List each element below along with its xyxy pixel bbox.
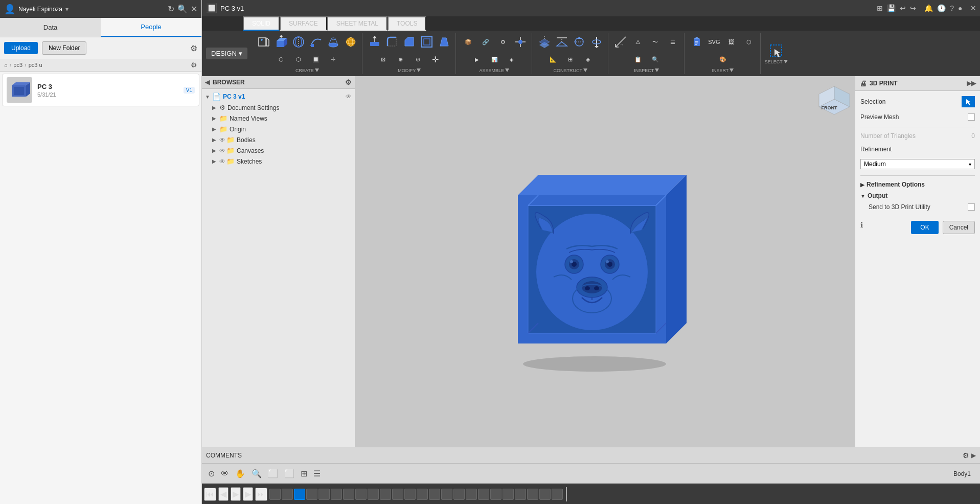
refinement-dropdown[interactable]: Medium ▾ (860, 159, 975, 169)
tree-item-named-views[interactable]: ▶ 📁 Named Views (202, 113, 355, 124)
chamfer-icon[interactable] (401, 34, 418, 50)
curvature-comb-icon[interactable]: 〜 (647, 34, 664, 50)
file-item[interactable]: PC 3 5/31/21 V1 (2, 74, 199, 106)
insert-derive-icon[interactable] (689, 34, 705, 50)
new-component-icon[interactable] (256, 34, 272, 50)
tree-item-origin[interactable]: ▶ 📁 Origin (202, 124, 355, 134)
construct-4-icon[interactable] (588, 34, 605, 50)
breadcrumb-pc3[interactable]: pc3 (13, 62, 22, 68)
close-left-btn[interactable]: ✕ (191, 4, 197, 14)
grid-icon[interactable]: ⊞ (877, 3, 883, 14)
tab-sheet-metal[interactable]: SHEET METAL (327, 16, 388, 31)
tab-data[interactable]: Data (0, 18, 101, 37)
browser-settings-icon[interactable]: ⚙ (345, 78, 352, 86)
tl-item-17[interactable] (466, 489, 477, 500)
tree-eye-canvases[interactable]: 👁 (219, 147, 225, 154)
account-icon[interactable]: ● (958, 3, 962, 14)
panel-settings-icon[interactable]: ⚙ (190, 43, 197, 53)
assemble-label[interactable]: ASSEMBLE (480, 68, 510, 73)
new-component-assemble-icon[interactable]: 📦 (460, 34, 476, 50)
tl-item-24[interactable] (552, 489, 563, 500)
create-label[interactable]: CREATE (295, 68, 319, 73)
timeline-go-start[interactable]: ⏮ (204, 488, 216, 501)
tree-item-bodies[interactable]: ▶ 👁 📁 Bodies (202, 134, 355, 145)
orbit-icon[interactable]: ⊙ (206, 468, 217, 479)
drive-joints-icon[interactable]: ▶ (469, 51, 485, 67)
tl-item-1[interactable] (269, 489, 281, 500)
fit-icon[interactable]: ⬜ (266, 468, 280, 479)
inspect-label[interactable]: INSPECT (634, 68, 659, 73)
tree-item-sketches[interactable]: ▶ 👁 📁 Sketches (202, 156, 355, 167)
move-icon[interactable]: ✛ (427, 51, 444, 67)
interference-icon[interactable]: ⚠ (630, 34, 646, 50)
construct-3-icon[interactable] (571, 34, 587, 50)
tl-item-7[interactable] (343, 489, 354, 500)
tree-eye-bodies[interactable]: 👁 (219, 136, 225, 144)
tree-eye-root[interactable]: 👁 (346, 93, 352, 100)
grid-display-icon[interactable]: ⊞ (299, 468, 309, 479)
refresh-btn[interactable]: ↻ (168, 4, 174, 14)
sweep-icon[interactable] (308, 34, 324, 50)
tl-item-3[interactable] (294, 489, 305, 500)
insert-canvas-icon[interactable]: 🖼 (723, 34, 740, 50)
tl-item-19[interactable] (490, 489, 502, 500)
tree-eye-sketches[interactable]: 👁 (219, 158, 225, 165)
more-create-2[interactable]: ⬡ (290, 51, 307, 67)
extrude-icon[interactable] (273, 34, 289, 50)
output-header[interactable]: ▼ Output (860, 192, 975, 199)
tab-tools[interactable]: TOOLS (388, 16, 426, 31)
joint-icon[interactable]: 🔗 (477, 34, 494, 50)
user-dropdown-icon[interactable]: ▾ (65, 6, 69, 13)
tree-item-canvases[interactable]: ▶ 👁 📁 Canvases (202, 145, 355, 156)
tl-item-13[interactable] (417, 489, 428, 500)
shell-icon[interactable] (419, 34, 435, 50)
tab-people[interactable]: People (101, 18, 201, 37)
select-label[interactable]: SELECT (765, 59, 788, 64)
selection-button[interactable] (962, 96, 975, 107)
motion-study-icon[interactable]: 📊 (486, 51, 503, 67)
save-icon[interactable]: 💾 (887, 3, 896, 14)
draft-icon[interactable] (436, 34, 452, 50)
fillet-icon[interactable] (384, 34, 400, 50)
tl-item-23[interactable] (539, 489, 551, 500)
tl-item-8[interactable] (355, 489, 367, 500)
joint-origin-icon[interactable] (512, 34, 529, 50)
tree-item-doc-settings[interactable]: ▶ ⚙ Document Settings (202, 102, 355, 113)
timeline-play[interactable]: ▶ (231, 487, 241, 501)
zoom-icon[interactable]: 🔍 (249, 468, 264, 479)
tl-item-5[interactable] (318, 489, 330, 500)
tl-item-22[interactable] (527, 489, 538, 500)
breadcrumb-settings-icon[interactable]: ⚙ (191, 61, 197, 69)
as-built-joint-icon[interactable]: ⚙ (495, 34, 511, 50)
comments-collapse-icon[interactable]: ▶ (971, 452, 976, 459)
construct-2-icon[interactable] (554, 34, 570, 50)
accessibility-icon[interactable]: 🔍 (647, 51, 664, 67)
combine-icon[interactable]: ⊕ (393, 51, 409, 67)
timeline-prev[interactable]: ◀ (218, 487, 229, 501)
display-mode-icon[interactable]: ⬜ (282, 468, 297, 479)
tl-item-21[interactable] (515, 489, 526, 500)
ok-button[interactable]: OK (911, 221, 938, 234)
construct-6-icon[interactable]: ⊞ (562, 51, 579, 67)
tree-item-root[interactable]: ▼ 📄 PC 3 v1 👁 (202, 91, 355, 102)
tl-item-12[interactable] (404, 489, 416, 500)
construct-5-icon[interactable]: 📐 (545, 51, 561, 67)
more-create-1[interactable]: ⬡ (273, 51, 289, 67)
environment-icon[interactable]: ☰ (311, 468, 323, 479)
timeline-go-end[interactable]: ⏭ (255, 488, 267, 501)
redo-icon[interactable]: ↪ (910, 3, 916, 14)
look-at-icon[interactable]: 👁 (219, 468, 231, 479)
tl-item-9[interactable] (368, 489, 379, 500)
search-btn[interactable]: 🔍 (177, 4, 188, 14)
browser-collapse-btn[interactable]: ◀ (205, 79, 210, 86)
insert-decal-icon[interactable]: 🎨 (715, 51, 731, 67)
more-create-4[interactable]: ✛ (325, 51, 341, 67)
measure-icon[interactable]: ↔ (612, 34, 629, 50)
split-face-icon[interactable]: ⊘ (410, 51, 426, 67)
loft-icon[interactable] (325, 34, 341, 50)
press-pull-icon[interactable] (367, 34, 383, 50)
undo-icon[interactable]: ↩ (900, 3, 906, 14)
breadcrumb-home[interactable]: ⌂ (4, 62, 8, 68)
right-panel-expand-icon[interactable]: ▶▶ (967, 80, 976, 87)
insert-mesh-icon[interactable]: ⬡ (741, 34, 757, 50)
